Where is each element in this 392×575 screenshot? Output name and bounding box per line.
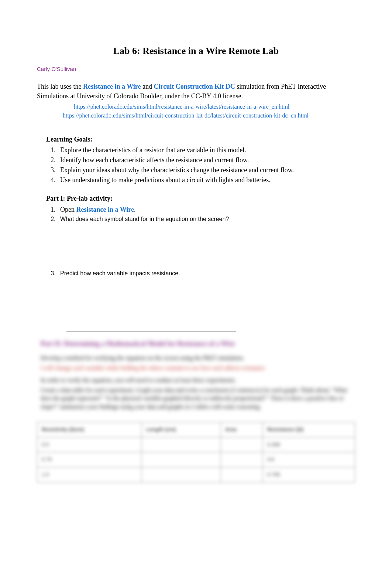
table-header-row: Resistivity (Ωcm) Length (cm) Area Resis… — [37, 422, 355, 438]
table-row: 0.5 0.398 — [37, 437, 355, 452]
table-cell: 0.6 — [262, 452, 355, 467]
list-item: Use understanding to make predictions ab… — [57, 176, 355, 185]
learning-goals-list: Explore the characteristics of a resisto… — [57, 146, 355, 185]
learning-goals-heading: Learning Goals: — [46, 135, 355, 144]
part1-list-cont: Predict how each variable impacts resist… — [57, 269, 355, 278]
table-header-cell: Length (cm) — [142, 422, 220, 438]
list-item: Predict how each variable impacts resist… — [57, 269, 355, 278]
part2-heading: Part II: Determining a Mathematical Mode… — [41, 339, 355, 348]
table-header-cell: Resistance (Ω) — [262, 422, 355, 438]
data-table: Resistivity (Ωcm) Length (cm) Area Resis… — [37, 422, 355, 482]
table-row: 1.0 0.795 — [37, 467, 355, 482]
table-cell — [220, 467, 262, 482]
table-cell — [220, 437, 262, 452]
blurred-table-container: Resistivity (Ωcm) Length (cm) Area Resis… — [37, 422, 355, 482]
list-item: What does each symbol stand for in the e… — [57, 215, 355, 223]
table-cell — [142, 467, 220, 482]
table-cell: 0.5 — [37, 437, 142, 452]
intro-paragraph: This lab uses the Resistance in a Wire a… — [37, 82, 355, 101]
table-cell — [142, 452, 220, 467]
table-cell: 0.795 — [262, 467, 355, 482]
blurred-line: Create a data table for each experiment.… — [41, 386, 355, 411]
blurred-content: Part II: Determining a Mathematical Mode… — [37, 339, 355, 411]
list-item: Open Resistance in a Wire. — [57, 205, 355, 214]
url-circuit-kit[interactable]: https://phet.colorado.edu/sims/html/circ… — [37, 112, 355, 120]
divider-line — [66, 331, 236, 332]
intro-prefix: This lab uses the — [37, 83, 83, 90]
page-title: Lab 6: Resistance in a Wire Remote Lab — [37, 44, 355, 58]
table-header-cell: Resistivity (Ωcm) — [37, 422, 142, 438]
part1-list: Open Resistance in a Wire. What does eac… — [57, 205, 355, 224]
list-item: Explain your ideas about why the charact… — [57, 166, 355, 175]
blurred-line: Develop a method for verifying the equat… — [41, 354, 355, 362]
table-header-cell: Area — [220, 422, 262, 438]
item-suffix: . — [134, 206, 136, 213]
link-resistance-wire[interactable]: Resistance in a Wire — [83, 83, 141, 90]
part1-heading: Part I: Pre-lab activity: — [46, 194, 355, 203]
list-item: Explore the characteristics of a resisto… — [57, 146, 355, 155]
table-cell: 0.398 — [262, 437, 355, 452]
table-cell: 1.0 — [37, 467, 142, 482]
item-prefix: Open — [60, 206, 76, 213]
table-cell — [142, 437, 220, 452]
list-item: Identify how each characteristic affects… — [57, 156, 355, 165]
blurred-line: In order to verify the equation, you wil… — [41, 376, 355, 384]
link-resistance-wire-open[interactable]: Resistance in a Wire — [76, 206, 134, 213]
url-resistance-wire[interactable]: https://phet.colorado.edu/sims/html/resi… — [37, 103, 355, 111]
table-row: 0.75 0.6 — [37, 452, 355, 467]
blurred-line-red: I will change each variable while holdin… — [41, 364, 355, 372]
table-cell — [220, 452, 262, 467]
link-circuit-kit[interactable]: Circuit Construction Kit DC — [154, 83, 235, 90]
table-cell: 0.75 — [37, 452, 142, 467]
intro-mid: and — [141, 83, 154, 90]
author-name: Carly O'Sullivan — [37, 65, 355, 73]
